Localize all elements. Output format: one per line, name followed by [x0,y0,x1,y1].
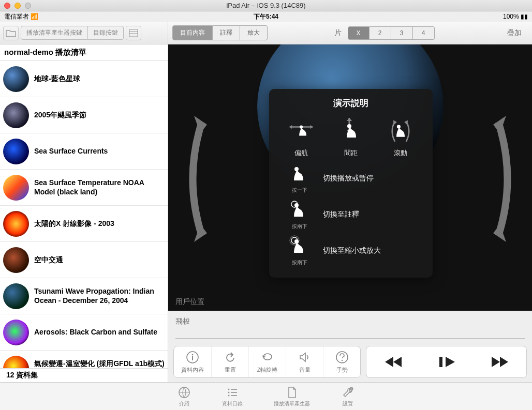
tab-settings[interactable]: ! 設置 [341,386,354,407]
svg-rect-8 [439,357,442,367]
rotate-right-icon [491,107,522,251]
tab-catalog[interactable]: 資料目錄 [222,386,243,407]
thumb-icon [3,175,29,201]
folder-icon[interactable] [3,26,19,40]
tab-intro[interactable]: 介紹 [178,386,191,407]
directory-button[interactable]: 目錄按鍵 [88,26,124,40]
playlist-item[interactable]: 空中交通 [0,242,168,278]
playlist-item[interactable]: Sea Surface Temperature NOAA Model (blac… [0,170,168,206]
playlist-item-label: 2005年颶風季節 [34,111,86,120]
playlist-header: normal-demo 播放清單 [0,44,168,61]
rewind-button[interactable] [378,352,409,372]
playlist-item[interactable]: 太陽的X 射線影像 - 2003 [0,206,168,242]
clock: 下午5:44 [0,12,532,21]
pian-label: 片 [334,28,342,38]
list-bullet-icon [226,386,239,399]
svg-point-4 [192,354,194,355]
volume-button[interactable]: 音量 [286,346,323,377]
thumb-icon [3,356,29,369]
ios-statusbar: 電信業者 📶 下午5:44 100% ▮▮ [0,11,532,22]
bottom-tabbar: 介紹 資料目錄 播放清單產生器 ! 設置 [0,382,532,410]
svg-point-10 [228,388,230,390]
info-icon [186,351,199,364]
thumb-icon [3,139,29,164]
playlist-item-label: Aerosols: Black Carbon and Sulfate [34,328,157,337]
content-tab[interactable]: 目前內容 [172,25,213,40]
shuttle-label: 飛梭 [175,317,525,326]
slice-tab[interactable]: 2 [370,26,391,40]
shuttle-track[interactable] [175,328,525,339]
tap-twice-icon-2 [288,235,311,258]
playlist-item-label: 地球-藍色星球 [34,74,80,84]
content-tab[interactable]: 放大 [240,25,268,40]
reset-button[interactable]: 重置 [211,346,248,377]
slice-tab[interactable]: 4 [413,26,435,40]
thumb-icon [3,247,29,273]
playpause-button[interactable] [431,352,462,372]
tap-twice-icon [288,199,311,222]
window-title: iPad Air – iOS 9.3 (14C89) [0,2,532,9]
sidebar-toolbar: 播放清單產生器按鍵 目錄按鍵 [0,22,168,44]
scroll-icon [387,117,415,145]
svg-point-22 [397,125,401,128]
tab-playlist-gen[interactable]: 播放清單產生器 [274,386,310,407]
thumb-icon [3,283,29,309]
playlist-item[interactable]: Aerosols: Black Carbon and Sulfate [0,314,168,351]
yaw-icon [287,117,315,145]
gesture-button[interactable]: 手勢 [323,346,360,377]
playlist-item-label: Sea Surface Currents [34,147,108,156]
speaker-icon [298,351,312,364]
playlist-item[interactable]: 2005年颶風季節 [0,97,168,133]
dataset-count: 12 資料集 [0,368,168,382]
action-zoom: 按兩下 切換至縮小或放大 [286,235,425,266]
gesture-scroll: 滾動 [377,117,424,158]
playlist-item-label: 空中交通 [34,255,63,265]
action-annotation: 按兩下 切換至註釋 [286,199,425,230]
svg-text:!: ! [351,387,351,390]
gesture-yaw: 偏航 [278,117,324,158]
list-icon[interactable] [126,26,141,40]
playlist-item-label: Tsunami Wave Propagation: Indian Ocean -… [34,287,165,305]
svg-rect-5 [192,356,193,360]
control-bar: 資料內容 重置 Z軸旋轉 音量 手勢 [168,342,532,382]
tutorial-title: 演示説明 [276,97,425,109]
thumb-icon [3,211,29,237]
overlay-button[interactable]: 疊加 [501,28,528,38]
shuttle-strip: 飛梭 [168,311,532,342]
zrotate-button[interactable]: Z軸旋轉 [248,346,286,377]
playlist-item-label: 氣候變遷-溫室變化 (採用GFDL a1b模式) - 1870 - [34,359,165,368]
playlist-item-label: 太陽的X 射線影像 - 2003 [34,219,114,229]
svg-point-11 [228,391,230,393]
svg-rect-0 [129,29,138,37]
content-tab[interactable]: 註釋 [213,25,240,40]
slice-tab[interactable]: X [348,26,370,40]
thumb-icon [3,320,29,345]
rotate-icon [261,351,274,364]
document-icon [285,386,299,399]
playlist-gen-button[interactable]: 播放清單產生器按鍵 [21,26,88,40]
gesture-pitch: 間距 [328,117,374,158]
playlist-item[interactable]: Sea Surface Currents [0,133,168,170]
pitch-icon [337,117,365,145]
main-toolbar: 目前內容註釋放大 片 X234 疊加 [168,22,532,44]
mac-titlebar: iPad Air – iOS 9.3 (14C89) [0,0,532,11]
svg-point-7 [341,359,342,360]
tutorial-overlay: 演示説明 偏航 間距 滾動 按一下 切換播放或暫停 按兩下 切換至註釋 [269,89,433,278]
svg-point-12 [228,394,230,396]
playlist-item[interactable]: 氣候變遷-溫室變化 (採用GFDL a1b模式) - 1870 - [0,351,168,368]
tap-once-icon [288,163,311,186]
undo-icon [224,351,237,364]
rotate-left-icon [179,107,210,251]
info-button[interactable]: 資料內容 [174,346,211,377]
playlist-item[interactable]: 地球-藍色星球 [0,61,168,97]
action-playpause: 按一下 切換播放或暫停 [286,163,425,194]
sidebar: 播放清單產生器按鍵 目錄按鍵 normal-demo 播放清單 地球-藍色星球2… [0,22,168,382]
thumb-icon [3,66,29,92]
playlist-item-label: Sea Surface Temperature NOAA Model (blac… [34,178,165,196]
playlist-item[interactable]: Tsunami Wave Propagation: Indian Ocean -… [0,278,168,314]
forward-button[interactable] [484,352,515,372]
user-location-label: 用戶位置 [168,293,532,311]
slice-tab[interactable]: 3 [391,26,413,40]
globe-icon [178,386,191,399]
wrench-icon: ! [341,386,354,399]
